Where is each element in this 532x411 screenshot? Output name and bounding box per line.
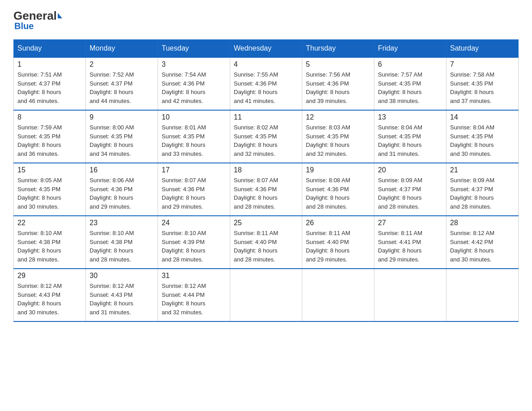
day-number: 9 [90, 113, 154, 121]
day-cell: 8 Sunrise: 7:59 AMSunset: 4:35 PMDayligh… [14, 110, 86, 163]
day-info: Sunrise: 8:12 AMSunset: 4:43 PMDaylight:… [17, 282, 82, 317]
day-cell [302, 269, 374, 321]
weekday-header-friday: Friday [374, 40, 446, 58]
day-number: 25 [234, 219, 298, 227]
day-number: 13 [378, 113, 442, 121]
day-info: Sunrise: 8:06 AMSunset: 4:36 PMDaylight:… [90, 176, 154, 211]
day-number: 12 [306, 113, 370, 121]
day-number: 20 [378, 166, 442, 174]
day-info: Sunrise: 8:01 AMSunset: 4:35 PMDaylight:… [162, 123, 226, 158]
day-cell: 30 Sunrise: 8:12 AMSunset: 4:43 PMDaylig… [86, 269, 158, 321]
day-info: Sunrise: 8:10 AMSunset: 4:38 PMDaylight:… [90, 229, 154, 264]
day-cell: 14 Sunrise: 8:04 AMSunset: 4:35 PMDaylig… [446, 110, 519, 163]
day-cell: 25 Sunrise: 8:11 AMSunset: 4:40 PMDaylig… [230, 216, 302, 269]
day-number: 31 [162, 272, 226, 280]
day-number: 16 [90, 166, 154, 174]
day-info: Sunrise: 8:09 AMSunset: 4:37 PMDaylight:… [450, 176, 515, 211]
day-cell [374, 269, 446, 321]
day-cell: 18 Sunrise: 8:07 AMSunset: 4:36 PMDaylig… [230, 163, 302, 216]
day-number: 21 [450, 166, 515, 174]
day-info: Sunrise: 8:12 AMSunset: 4:42 PMDaylight:… [450, 229, 515, 264]
day-cell: 22 Sunrise: 8:10 AMSunset: 4:38 PMDaylig… [14, 216, 86, 269]
day-cell: 16 Sunrise: 8:06 AMSunset: 4:36 PMDaylig… [86, 163, 158, 216]
day-number: 4 [234, 60, 298, 68]
day-cell: 23 Sunrise: 8:10 AMSunset: 4:38 PMDaylig… [86, 216, 158, 269]
day-info: Sunrise: 8:02 AMSunset: 4:35 PMDaylight:… [234, 123, 298, 158]
day-cell: 28 Sunrise: 8:12 AMSunset: 4:42 PMDaylig… [446, 216, 519, 269]
day-number: 8 [17, 113, 82, 121]
day-number: 6 [378, 60, 442, 68]
day-number: 10 [162, 113, 226, 121]
day-number: 2 [90, 60, 154, 68]
day-number: 7 [450, 60, 515, 68]
week-row-3: 15 Sunrise: 8:05 AMSunset: 4:35 PMDaylig… [14, 163, 519, 216]
day-cell [446, 269, 519, 321]
day-cell: 17 Sunrise: 8:07 AMSunset: 4:36 PMDaylig… [158, 163, 230, 216]
day-info: Sunrise: 8:05 AMSunset: 4:35 PMDaylight:… [17, 176, 82, 211]
calendar-table: SundayMondayTuesdayWednesdayThursdayFrid… [13, 39, 519, 322]
day-cell: 13 Sunrise: 8:04 AMSunset: 4:35 PMDaylig… [374, 110, 446, 163]
day-info: Sunrise: 8:00 AMSunset: 4:35 PMDaylight:… [90, 123, 154, 158]
day-info: Sunrise: 8:12 AMSunset: 4:44 PMDaylight:… [162, 282, 226, 317]
day-cell: 4 Sunrise: 7:55 AMSunset: 4:36 PMDayligh… [230, 57, 302, 110]
day-cell: 7 Sunrise: 7:58 AMSunset: 4:35 PMDayligh… [446, 57, 519, 110]
day-cell: 26 Sunrise: 8:11 AMSunset: 4:40 PMDaylig… [302, 216, 374, 269]
day-info: Sunrise: 8:11 AMSunset: 4:40 PMDaylight:… [306, 229, 370, 264]
logo-triangle-icon [58, 13, 62, 18]
day-cell: 19 Sunrise: 8:08 AMSunset: 4:36 PMDaylig… [302, 163, 374, 216]
day-info: Sunrise: 7:55 AMSunset: 4:36 PMDaylight:… [234, 70, 298, 105]
day-info: Sunrise: 8:10 AMSunset: 4:38 PMDaylight:… [17, 229, 82, 264]
weekday-header-monday: Monday [86, 40, 158, 58]
day-number: 5 [306, 60, 370, 68]
day-number: 17 [162, 166, 226, 174]
day-cell: 27 Sunrise: 8:11 AMSunset: 4:41 PMDaylig… [374, 216, 446, 269]
day-number: 3 [162, 60, 226, 68]
day-info: Sunrise: 8:03 AMSunset: 4:35 PMDaylight:… [306, 123, 370, 158]
weekday-header-tuesday: Tuesday [158, 40, 230, 58]
day-number: 15 [17, 166, 82, 174]
day-info: Sunrise: 8:11 AMSunset: 4:41 PMDaylight:… [378, 229, 442, 264]
week-row-5: 29 Sunrise: 8:12 AMSunset: 4:43 PMDaylig… [14, 269, 519, 321]
day-info: Sunrise: 8:09 AMSunset: 4:37 PMDaylight:… [378, 176, 442, 211]
day-cell: 3 Sunrise: 7:54 AMSunset: 4:36 PMDayligh… [158, 57, 230, 110]
day-number: 29 [17, 272, 82, 280]
day-cell: 9 Sunrise: 8:00 AMSunset: 4:35 PMDayligh… [86, 110, 158, 163]
day-number: 24 [162, 219, 226, 227]
day-cell: 12 Sunrise: 8:03 AMSunset: 4:35 PMDaylig… [302, 110, 374, 163]
day-info: Sunrise: 7:54 AMSunset: 4:36 PMDaylight:… [162, 70, 226, 105]
day-cell: 24 Sunrise: 8:10 AMSunset: 4:39 PMDaylig… [158, 216, 230, 269]
day-cell: 6 Sunrise: 7:57 AMSunset: 4:35 PMDayligh… [374, 57, 446, 110]
day-info: Sunrise: 7:58 AMSunset: 4:35 PMDaylight:… [450, 70, 515, 105]
day-info: Sunrise: 7:51 AMSunset: 4:37 PMDaylight:… [17, 70, 82, 105]
week-row-4: 22 Sunrise: 8:10 AMSunset: 4:38 PMDaylig… [14, 216, 519, 269]
day-info: Sunrise: 8:12 AMSunset: 4:43 PMDaylight:… [90, 282, 154, 317]
day-number: 23 [90, 219, 154, 227]
day-number: 11 [234, 113, 298, 121]
week-row-1: 1 Sunrise: 7:51 AMSunset: 4:37 PMDayligh… [14, 57, 519, 110]
weekday-header-wednesday: Wednesday [230, 40, 302, 58]
day-info: Sunrise: 8:08 AMSunset: 4:36 PMDaylight:… [306, 176, 370, 211]
day-info: Sunrise: 7:57 AMSunset: 4:35 PMDaylight:… [378, 70, 442, 105]
day-info: Sunrise: 7:56 AMSunset: 4:36 PMDaylight:… [306, 70, 370, 105]
day-number: 22 [17, 219, 82, 227]
day-info: Sunrise: 8:04 AMSunset: 4:35 PMDaylight:… [450, 123, 515, 158]
day-cell: 21 Sunrise: 8:09 AMSunset: 4:37 PMDaylig… [446, 163, 519, 216]
day-number: 19 [306, 166, 370, 174]
day-cell: 20 Sunrise: 8:09 AMSunset: 4:37 PMDaylig… [374, 163, 446, 216]
day-cell: 10 Sunrise: 8:01 AMSunset: 4:35 PMDaylig… [158, 110, 230, 163]
day-cell: 29 Sunrise: 8:12 AMSunset: 4:43 PMDaylig… [14, 269, 86, 321]
day-cell: 2 Sunrise: 7:52 AMSunset: 4:37 PMDayligh… [86, 57, 158, 110]
day-info: Sunrise: 8:11 AMSunset: 4:40 PMDaylight:… [234, 229, 298, 264]
weekday-header-saturday: Saturday [446, 40, 519, 58]
day-cell: 15 Sunrise: 8:05 AMSunset: 4:35 PMDaylig… [14, 163, 86, 216]
weekday-header-sunday: Sunday [14, 40, 86, 58]
day-cell: 1 Sunrise: 7:51 AMSunset: 4:37 PMDayligh… [14, 57, 86, 110]
page-header: General Blue [13, 9, 519, 31]
day-info: Sunrise: 7:52 AMSunset: 4:37 PMDaylight:… [90, 70, 154, 105]
day-number: 14 [450, 113, 515, 121]
day-number: 26 [306, 219, 370, 227]
day-number: 28 [450, 219, 515, 227]
weekday-header-row: SundayMondayTuesdayWednesdayThursdayFrid… [14, 40, 519, 58]
day-info: Sunrise: 8:10 AMSunset: 4:39 PMDaylight:… [162, 229, 226, 264]
day-number: 30 [90, 272, 154, 280]
